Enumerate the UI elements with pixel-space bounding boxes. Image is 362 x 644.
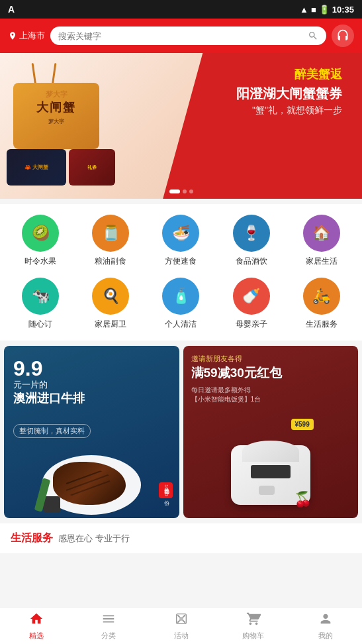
category-label: 母婴亲子 xyxy=(236,319,267,330)
category-label: 时令水果 xyxy=(24,256,56,267)
promo-sub2: 【小米智能电饭煲】1台 xyxy=(191,395,351,404)
category-row-1: 🥝 时令水果 🫙 粮油副食 🍜 方便速食 🍷 食品酒饮 🏠 家居生活 xyxy=(5,215,357,267)
rice-cooker-visual: ¥599 🍒 xyxy=(224,419,317,511)
home-living-icon: 🏠 xyxy=(303,215,340,252)
category-instant-food[interactable]: 🍜 方便速食 xyxy=(151,215,210,267)
banner-dot-2[interactable] xyxy=(183,189,187,193)
location-pin-icon xyxy=(8,31,17,40)
nav-item-profile[interactable]: 我的 xyxy=(290,608,362,644)
nav-item-categories[interactable]: 分类 xyxy=(72,608,144,644)
banner-container: 梦大字 大闸蟹 梦大字 🦀 大闸蟹 礼券 醉美蟹返 阳澄湖大闸蟹蟹券 "蟹"礼，… xyxy=(0,53,362,199)
home-nav-icon xyxy=(29,612,44,629)
category-label: 家居生活 xyxy=(306,256,338,267)
battery-icon: 🔋 xyxy=(319,5,330,15)
steak-desc-block: 元一片的 澳洲进口牛排 xyxy=(13,379,85,407)
instant-food-icon: 🍜 xyxy=(162,215,199,252)
promo-card-rice-cooker[interactable]: 邀请新朋友各得 满59减30元红包 每日邀请最多额外得 【小米智能电饭煲】1台 … xyxy=(183,346,359,518)
promo-section: 9.9 元一片的 澳洲进口牛排 整切腌制，真材实料 xyxy=(0,346,362,518)
category-label: 随心订 xyxy=(28,319,52,330)
category-label: 方便速食 xyxy=(165,256,197,267)
category-label: 生活服务 xyxy=(306,319,338,330)
category-label: 食品酒饮 xyxy=(236,256,267,267)
category-label: 个人清洁 xyxy=(165,319,197,330)
customer-service-button[interactable] xyxy=(332,25,354,47)
banner-title: 阳澄湖大闸蟹蟹券 xyxy=(236,85,342,102)
steak-price-tag: 9.9 xyxy=(13,356,42,381)
steak-name: 澳洲进口牛排 xyxy=(13,391,85,406)
steak-plate-visual xyxy=(38,445,144,518)
seasonal-fruit-icon: 🥝 xyxy=(22,215,59,252)
banner-tag: 醉美蟹返 xyxy=(236,66,342,82)
nav-item-cart[interactable]: 购物车 xyxy=(217,608,289,644)
status-bar: A ▲ ■ 🔋 10:35 xyxy=(0,0,362,19)
categories-section: 🥝 时令水果 🫙 粮油副食 🍜 方便速食 🍷 食品酒饮 🏠 家居生活 🐄 随心订… xyxy=(0,204,362,341)
life-service-subtitle: 感恩在心 专业于行 xyxy=(58,533,130,545)
location-text: 上海市 xyxy=(19,30,45,42)
banner-text-content: 醉美蟹返 阳澄湖大闸蟹蟹券 "蟹"礼，就想领鲜一步 xyxy=(236,66,342,117)
baby-icon: 🍼 xyxy=(233,278,270,315)
category-kitchen[interactable]: 🍳 家居厨卫 xyxy=(81,278,140,330)
banner-dot-3[interactable] xyxy=(189,189,193,193)
banner-dot-1[interactable] xyxy=(169,189,180,193)
promo-card-steak[interactable]: 9.9 元一片的 澳洲进口牛排 整切腌制，真材实料 xyxy=(4,346,179,518)
category-row-2: 🐄 随心订 🍳 家居厨卫 🧴 个人清洁 🍼 母婴亲子 🛵 生活服务 xyxy=(5,278,357,330)
category-personal-clean[interactable]: 🧴 个人清洁 xyxy=(151,278,210,330)
hot-sale-badge: 已热卖1000份 xyxy=(159,482,173,498)
wifi-icon: ▲ xyxy=(300,5,308,15)
category-food-drinks[interactable]: 🍷 食品酒饮 xyxy=(222,215,281,267)
home-nav-label: 精选 xyxy=(29,631,44,641)
crab-cards: 🦀 大闸蟹 礼券 xyxy=(7,149,115,186)
rice-cooker-text: 邀请新朋友各得 满59减30元红包 每日邀请最多额外得 【小米智能电饭煲】1台 xyxy=(191,354,351,404)
banner-dots xyxy=(169,189,193,193)
banner-bag-image: 梦大字 大闸蟹 梦大字 xyxy=(13,63,106,149)
profile-nav-label: 我的 xyxy=(318,631,333,641)
invite-text: 邀请新朋友各得 xyxy=(191,354,351,364)
category-label: 粮油副食 xyxy=(95,256,126,267)
category-label: 家居厨卫 xyxy=(95,319,126,330)
categories-nav-label: 分类 xyxy=(101,631,116,641)
nav-item-home[interactable]: 精选 xyxy=(0,608,72,644)
location-button[interactable]: 上海市 xyxy=(8,30,45,42)
category-home-living[interactable]: 🏠 家居生活 xyxy=(292,215,351,267)
personal-clean-icon: 🧴 xyxy=(162,278,199,315)
grain-oil-icon: 🫙 xyxy=(92,215,129,252)
life-service-banner: 生活服务 感恩在心 专业于行 xyxy=(0,523,362,553)
category-baby[interactable]: 🍼 母婴亲子 xyxy=(222,278,281,330)
search-bar[interactable] xyxy=(50,27,326,45)
price-tag: ¥599 xyxy=(291,419,314,430)
brand-logo: A xyxy=(8,4,15,15)
promo-title: 满59减30元红包 xyxy=(191,365,351,382)
cart-nav-label: 购物车 xyxy=(242,631,264,641)
subscription-icon: 🐄 xyxy=(22,278,59,315)
hero-banner[interactable]: 梦大字 大闸蟹 梦大字 🦀 大闸蟹 礼券 醉美蟹返 阳澄湖大闸蟹蟹券 "蟹"礼，… xyxy=(0,53,362,199)
bottom-navigation: 精选 分类 活动 购物车 xyxy=(0,607,362,644)
steak-unit: 元一片的 xyxy=(13,379,85,391)
category-subscription[interactable]: 🐄 随心订 xyxy=(11,278,70,330)
life-service-title: 生活服务 xyxy=(11,531,53,545)
banner-subtitle: "蟹"礼，就想领鲜一步 xyxy=(236,105,342,117)
signal-icon: ■ xyxy=(311,5,316,15)
promo-sub1: 每日邀请最多额外得 xyxy=(191,386,351,395)
category-seasonal-fruit[interactable]: 🥝 时令水果 xyxy=(11,215,70,267)
header: 上海市 xyxy=(0,19,362,53)
life-service-icon: 🛵 xyxy=(303,278,340,315)
search-input[interactable] xyxy=(58,31,304,41)
profile-nav-icon xyxy=(318,612,333,629)
activity-nav-label: 活动 xyxy=(174,631,189,641)
search-icon xyxy=(308,30,318,41)
cart-nav-icon xyxy=(246,612,261,629)
time-display: 10:35 xyxy=(332,5,354,15)
category-grain-oil[interactable]: 🫙 粮油副食 xyxy=(81,215,140,267)
cherry-decoration: 🍒 xyxy=(294,491,312,508)
kitchen-icon: 🍳 xyxy=(92,278,129,315)
category-life-service[interactable]: 🛵 生活服务 xyxy=(292,278,351,330)
activity-nav-icon xyxy=(174,612,189,629)
steak-price-number: 9.9 xyxy=(13,356,42,380)
headset-icon xyxy=(336,29,349,42)
food-drinks-icon: 🍷 xyxy=(233,215,270,252)
nav-item-activity[interactable]: 活动 xyxy=(145,608,217,644)
categories-nav-icon xyxy=(101,612,116,629)
steak-visual-container: 已热卖1000份 xyxy=(4,419,179,518)
